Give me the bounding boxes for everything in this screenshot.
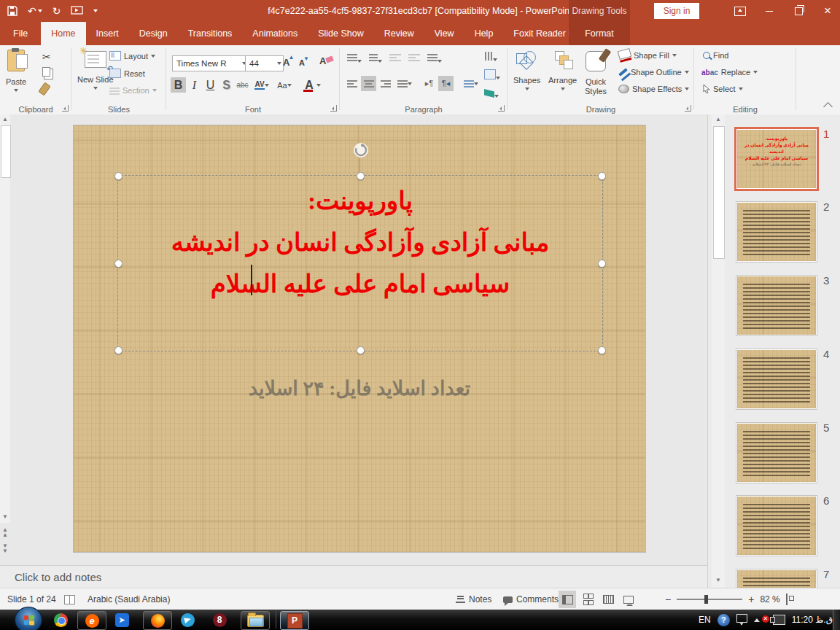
align-text-button[interactable] [484,69,500,82]
ltr-direction-button[interactable]: ▸¶ [421,76,437,91]
tab-insert[interactable]: Insert [86,22,129,45]
tab-animations[interactable]: Animations [242,22,308,45]
justify-button[interactable] [394,76,414,91]
tab-review[interactable]: Review [374,22,424,45]
strikethrough-button[interactable]: abc [235,77,250,93]
line-spacing-button[interactable] [427,52,442,66]
align-left-button[interactable] [344,76,359,91]
thumbnail-slide-5[interactable] [736,422,817,483]
font-color-caret[interactable] [316,84,321,87]
ribbon-display-options-button[interactable] [728,0,752,22]
text-shadow-button[interactable]: S [219,77,234,93]
tab-file[interactable]: File [0,22,41,45]
section-button[interactable]: Section [109,86,157,95]
normal-view-button[interactable] [559,591,576,608]
customize-qat-button[interactable] [93,9,98,12]
panel-scrollbar[interactable]: ▲ ▼ [712,114,725,588]
network-tray-icon[interactable] [773,615,785,625]
font-size-combobox[interactable]: 44 [245,55,284,71]
bold-button[interactable]: B [171,77,186,93]
panel-scroll-up-arrow[interactable]: ▲ [714,115,723,124]
taskbar-telegram-icon[interactable] [176,611,198,629]
paragraph-dialog-launcher[interactable] [498,105,505,112]
cut-button[interactable]: ✂ [42,51,51,63]
decrease-indent-button[interactable] [389,52,401,66]
next-slide-button[interactable]: ▼▼ [1,543,9,553]
align-right-button[interactable] [378,76,393,91]
panel-scrollbar-thumb[interactable] [713,126,725,259]
quick-styles-button[interactable]: Quick Styles [585,51,607,96]
minimize-button[interactable] [757,0,782,22]
title-textbox[interactable]: پاورپوینت: مبانی آزادی وآزادگی انسان در … [117,175,603,351]
taskbar-blue-app-icon[interactable]: ➤ [111,611,133,629]
shapes-button[interactable]: Shapes [513,51,540,90]
thumbnail-slide-6[interactable] [736,495,817,556]
help-tray-icon[interactable]: ? [718,614,730,626]
bullets-button[interactable] [347,52,362,66]
layout-button[interactable]: Layout [109,51,155,61]
font-dialog-launcher[interactable] [330,105,337,112]
notes-toggle-button[interactable]: Notes [456,588,491,610]
clear-formatting-button[interactable]: A [319,55,326,66]
rtl-direction-button[interactable]: ¶◂ [438,76,454,91]
align-center-button[interactable] [361,76,376,91]
thumbnail-slide-7[interactable] [736,569,817,588]
change-case-button[interactable]: Aa [273,77,295,93]
taskbar-explorer-icon[interactable] [241,611,270,630]
zoom-out-button[interactable]: − [665,594,671,605]
language-indicator[interactable]: Arabic (Saudi Arabia) [88,588,170,610]
paste-dropdown-caret[interactable] [14,89,18,92]
slide-title-text[interactable]: پاورپوینت: مبانی آزادی وآزادگی انسان در … [118,180,602,305]
resize-handle-bottom-right[interactable] [598,346,606,354]
shapes-caret[interactable] [525,88,529,90]
editor-vertical-scrollbar[interactable]: ▲ ▼ [0,114,10,523]
copy-button[interactable] [42,67,50,77]
shrink-font-button[interactable]: A▼ [299,58,305,67]
taskbar-soroush-icon[interactable]: 8 [209,611,230,629]
slide-sorter-view-button[interactable] [579,591,596,608]
new-slide-dropdown-caret[interactable] [93,87,98,90]
reading-view-button[interactable] [599,591,617,608]
show-desktop-button[interactable] [833,610,840,630]
resize-handle-top-center[interactable] [357,172,365,180]
shape-outline-button[interactable]: Shape Outline [618,68,689,77]
drawing-dialog-launcher[interactable] [685,105,691,112]
paste-button[interactable]: Paste [6,50,26,92]
numbering-button[interactable] [369,52,382,66]
fit-slide-button[interactable] [786,594,788,604]
taskbar-chrome-icon[interactable] [50,611,71,629]
shape-effects-button[interactable]: Shape Effects [618,85,689,93]
zoom-level[interactable]: 82 % [760,594,779,604]
font-size-caret[interactable] [277,62,281,65]
taskbar-firefox-icon[interactable] [143,611,172,630]
show-hidden-icons-button[interactable] [754,618,760,622]
tab-transitions[interactable]: Transitions [178,22,243,45]
convert-smartart-button[interactable] [484,88,499,101]
notes-pane[interactable]: Click to add notes [0,565,707,588]
slide-subtitle-text[interactable]: تعداد اسلاید فایل: ۲۴ اسلاید [74,377,645,400]
scroll-up-arrow[interactable]: ▲ [1,115,9,124]
underline-button[interactable]: U [203,77,218,93]
select-button[interactable]: Select [703,85,743,93]
columns-button[interactable] [461,76,481,91]
previous-slide-button[interactable]: ▲▲ [1,527,9,537]
taskbar-clock[interactable]: ق.ظ 11:20 [792,615,833,625]
thumbnail-slide-1[interactable]: پاورپوینت: مبانی آزادی وآزادگی انسان در … [734,127,819,191]
scrollbar-thumb[interactable] [1,125,11,178]
start-button[interactable] [15,607,42,630]
restore-button[interactable] [786,0,811,22]
arrange-caret[interactable] [561,88,565,90]
tab-view[interactable]: View [424,22,464,45]
undo-dropdown-caret[interactable] [38,9,42,12]
arrange-button[interactable]: Arrange [548,51,577,90]
character-spacing-button[interactable]: AV [251,77,273,93]
sign-in-button[interactable]: Sign in [654,3,699,19]
taskbar-eitaa-icon[interactable]: e [77,611,106,630]
zoom-slider[interactable] [677,599,742,600]
save-button[interactable] [7,6,18,16]
resize-handle-top-left[interactable] [114,172,122,180]
spell-check-button[interactable] [64,588,75,610]
tab-help[interactable]: Help [464,22,504,45]
resize-handle-bottom-left[interactable] [114,346,122,354]
resize-handle-top-right[interactable] [598,172,606,180]
